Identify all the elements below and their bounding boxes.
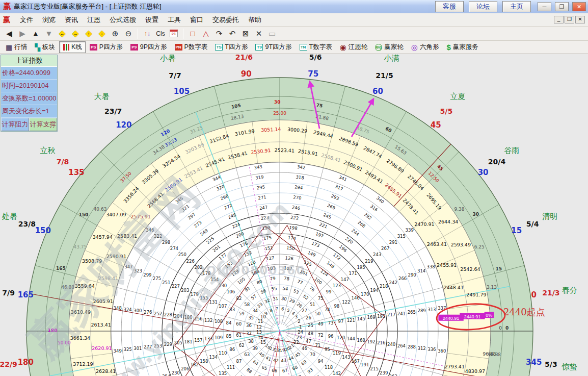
menu-gann[interactable]: 江恩: [83, 14, 105, 26]
svg-text:72: 72: [318, 333, 324, 338]
svg-text:31: 31: [273, 296, 279, 302]
svg-text:20/4: 20/4: [488, 158, 506, 166]
svg-text:135: 135: [219, 371, 227, 376]
svg-text:25.00: 25.00: [273, 111, 286, 116]
nav-left-icon[interactable]: ◀: [3, 28, 15, 40]
svg-text:3407.09: 3407.09: [106, 212, 126, 217]
svg-text:34: 34: [252, 308, 258, 313]
diamond-left-icon[interactable]: ◆←: [56, 28, 68, 40]
mdi-close-button[interactable]: ✕: [575, 16, 585, 23]
view-button-t9[interactable]: T99T四方形: [252, 41, 295, 53]
svg-text:111: 111: [227, 365, 235, 370]
customer-service-button[interactable]: 客服: [435, 1, 464, 12]
view-button-big[interactable]: Big赢家轮: [371, 41, 407, 53]
svg-text:230: 230: [172, 370, 180, 375]
svg-text:274: 274: [170, 246, 178, 251]
svg-text:300: 300: [133, 308, 142, 313]
svg-text:133: 133: [204, 336, 212, 341]
menu-news[interactable]: 资讯: [60, 14, 83, 26]
rotate-cw-icon[interactable]: ↷: [213, 28, 225, 40]
mdi-restore-button[interactable]: ❐: [565, 16, 574, 23]
nav-right-icon[interactable]: ▶: [16, 28, 29, 40]
t-square-icon: TS: [215, 44, 223, 51]
menu-browse[interactable]: 浏览: [38, 14, 60, 26]
svg-text:109: 109: [215, 335, 223, 340]
calc-support-button[interactable]: 计算支撑: [29, 118, 57, 131]
svg-text:11: 11: [258, 319, 263, 324]
select-box-icon[interactable]: ⊠: [239, 28, 252, 40]
view-button-wheel[interactable]: ◉江恩轮: [336, 41, 371, 54]
svg-text:63: 63: [244, 352, 250, 357]
close-button[interactable]: ✕: [572, 2, 586, 11]
hexagon-icon: ◎: [411, 43, 418, 52]
svg-text:87: 87: [236, 359, 242, 364]
zoom-in-icon[interactable]: ⊕: [109, 28, 121, 40]
view-button-pn[interactable]: PNP数字表: [171, 41, 211, 53]
svg-text:0%: 0%: [486, 313, 492, 318]
view-button-candles[interactable]: K线: [59, 41, 86, 53]
rotate-ccw-icon[interactable]: ↶: [226, 28, 238, 40]
pyramid-down-icon[interactable]: ▼: [43, 28, 55, 40]
menu-trade[interactable]: 交易委托: [208, 14, 244, 26]
calc-resistance-button[interactable]: 计算阻力: [1, 118, 29, 131]
zoom-out-icon[interactable]: ⊖: [122, 28, 135, 40]
homepage-button[interactable]: 主页: [502, 1, 531, 12]
svg-text:74: 74: [325, 307, 330, 312]
diamond-right-icon[interactable]: ◆→: [69, 28, 82, 40]
view-button-label: 六角形: [420, 43, 439, 52]
view-button-ps[interactable]: PSP四方形: [86, 41, 126, 53]
svg-text:22: 22: [293, 340, 299, 345]
view-button-blocks[interactable]: ▚板块: [31, 41, 59, 53]
svg-text:立秋: 立秋: [40, 146, 56, 155]
svg-text:82: 82: [236, 296, 242, 301]
mdi-minimize-button[interactable]: _: [554, 16, 564, 23]
view-button-label: 9P四方形: [140, 43, 167, 52]
svg-text:119: 119: [333, 350, 341, 356]
app-logo-icon: 赢: [2, 2, 12, 11]
cls-button[interactable]: Cls: [154, 28, 167, 40]
svg-text:165: 165: [56, 266, 66, 271]
menu-tools[interactable]: 工具: [163, 14, 185, 26]
svg-text:348: 348: [114, 306, 122, 311]
view-button-dollar[interactable]: $赢家服务: [443, 41, 482, 53]
menu-file[interactable]: 文件: [15, 14, 38, 26]
diamond-down-icon[interactable]: ◆↓: [96, 28, 108, 40]
gann-wheel-chart[interactable]: 1234567891011121314151617181920212223242…: [0, 54, 588, 376]
svg-text:9.38: 9.38: [454, 207, 464, 212]
svg-text:2523.41: 2523.41: [275, 147, 295, 154]
price-updown-icon[interactable]: ↑↓: [141, 28, 153, 40]
view-button-ts[interactable]: TST四方形: [211, 41, 251, 53]
center-cross-icon[interactable]: ✕: [253, 28, 265, 40]
svg-text:3: 3: [295, 314, 298, 319]
menu-help[interactable]: 帮助: [244, 14, 266, 26]
svg-text:132: 132: [204, 318, 212, 323]
square-tool-icon[interactable]: □: [186, 28, 199, 40]
svg-text:7/8: 7/8: [57, 158, 69, 166]
minimize-button[interactable]: ─: [538, 2, 551, 11]
svg-text:45: 45: [431, 120, 441, 130]
svg-text:295: 295: [256, 184, 265, 190]
view-button-hex[interactable]: ◎六角形: [408, 41, 443, 54]
triangle-tool-icon[interactable]: △: [200, 28, 212, 40]
svg-text:345: 345: [526, 358, 542, 367]
window-title: 赢家江恩专业版[赢家服务平台] - [上证指数 江恩轮]: [14, 2, 162, 11]
forum-button[interactable]: 论坛: [469, 1, 497, 12]
screen-tool-icon[interactable]: ▭: [266, 28, 278, 40]
svg-text:324: 324: [123, 307, 131, 312]
pyramid-up-icon[interactable]: ▲: [30, 28, 42, 40]
svg-text:2542.64: 2542.64: [460, 266, 480, 272]
svg-text:134: 134: [209, 355, 218, 360]
svg-text:270: 270: [293, 194, 302, 200]
svg-text:23/8: 23/8: [18, 220, 36, 228]
menu-formula-stockpick[interactable]: 公式选股: [105, 14, 141, 26]
view-button-tn[interactable]: TNT数字表: [296, 41, 336, 53]
restore-button[interactable]: ❐: [555, 2, 569, 11]
calendar-icon[interactable]: 21: [168, 28, 180, 40]
view-button-grid[interactable]: ▦行情: [2, 41, 31, 53]
svg-text:339: 339: [406, 228, 414, 233]
svg-text:195: 195: [357, 265, 365, 270]
view-button-p9[interactable]: P99P四方形: [127, 41, 171, 53]
diamond-up-icon[interactable]: ◆↑: [83, 28, 95, 40]
menu-settings[interactable]: 设置: [141, 14, 163, 26]
menu-window[interactable]: 窗口: [185, 14, 208, 26]
